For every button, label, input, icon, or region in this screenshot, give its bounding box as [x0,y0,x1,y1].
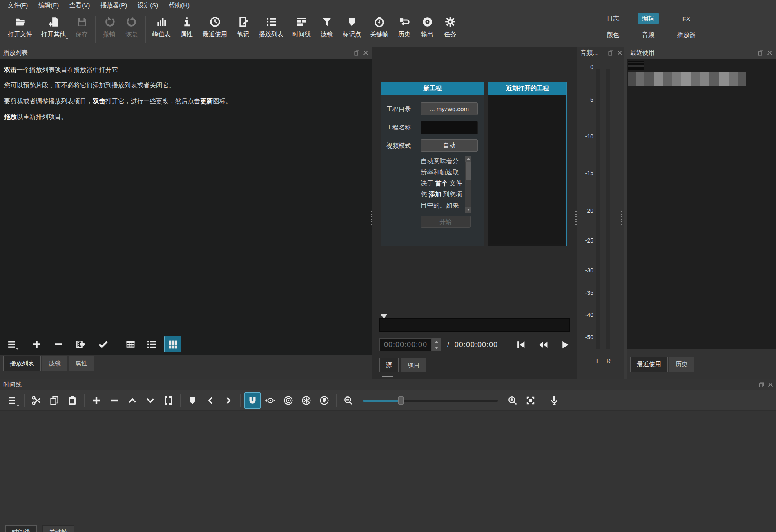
layout-fx-button[interactable]: FX [678,13,695,24]
notes-button[interactable]: 笔记 [232,13,254,42]
start-button[interactable]: 开始 [421,216,471,228]
view-tiles-button[interactable] [143,336,160,352]
project-folder-button[interactable]: ... myzwq.com [421,102,478,115]
previous-marker-button[interactable] [201,392,219,409]
layout-color-button[interactable]: 颜色 [602,29,624,40]
ripple-all-tracks-toggle[interactable] [297,392,315,409]
skip-to-start-button[interactable] [515,339,527,350]
playlist-add-button[interactable] [28,336,45,352]
append-button[interactable] [87,392,105,409]
scroll-up-icon[interactable] [465,156,471,162]
playlist-remove-button[interactable] [50,336,67,352]
menu-player[interactable]: 播放器(P) [95,0,132,11]
snap-toggle[interactable] [244,392,261,409]
layout-logging-button[interactable]: 日志 [602,13,624,24]
menu-file[interactable]: 文件(F) [2,0,33,11]
menu-view[interactable]: 查看(V) [64,0,95,11]
cut-button[interactable] [27,392,45,409]
tab-source[interactable]: 源 [379,358,399,372]
redo-button[interactable]: 恢复 [120,13,143,42]
keyframes-button[interactable]: 关键帧 [366,13,393,42]
view-details-button[interactable] [122,336,139,352]
markers-button[interactable]: 标记点 [338,13,366,42]
properties-button[interactable]: 属性 [175,13,198,42]
create-marker-button[interactable] [183,392,201,409]
video-mode-button[interactable]: 自动 [421,139,478,152]
filters-button[interactable]: 滤镜 [315,13,338,42]
play-button[interactable] [559,339,571,350]
seek-track[interactable] [379,318,570,332]
tab-project[interactable]: 项目 [401,358,426,372]
float-panel-icon[interactable] [608,50,614,56]
slider-handle[interactable] [398,396,404,405]
zoom-in-button[interactable] [504,392,522,409]
splitter-handle[interactable] [371,211,373,225]
zoom-out-button[interactable] [339,392,357,409]
record-audio-button[interactable] [545,392,563,409]
open-file-button[interactable]: 打开文件 [3,13,37,42]
copy-button[interactable] [45,392,63,409]
menu-edit[interactable]: 编辑(E) [33,0,64,11]
recent-list[interactable] [627,59,776,349]
timeline-zoom-slider[interactable] [363,396,498,405]
history-button[interactable]: 历史 [393,13,416,42]
float-panel-icon[interactable] [354,50,360,56]
player-seek-bar[interactable] [379,314,570,332]
playlist-open-item-button[interactable] [72,336,89,352]
tab-recent[interactable]: 最近使用 [630,357,668,372]
tab-playlist[interactable]: 播放列表 [3,356,41,371]
tab-history[interactable]: 历史 [669,357,694,372]
timeline-tracks-area[interactable] [0,411,776,525]
overwrite-button[interactable] [141,392,159,409]
playhead-icon[interactable] [381,314,387,318]
tab-filters[interactable]: 滤镜 [42,356,67,371]
censored-recent-item[interactable] [628,72,746,86]
layout-audio-button[interactable]: 音频 [638,29,659,40]
tab-drag-grip[interactable] [382,376,393,378]
tab-timeline[interactable]: 时间线 [5,525,37,532]
menu-help[interactable]: 帮助(H) [163,0,195,11]
description-scrollbar[interactable] [465,156,471,213]
recent-projects-list[interactable] [490,96,565,244]
close-panel-icon[interactable] [363,50,369,56]
close-panel-icon[interactable] [767,382,774,388]
paste-button[interactable] [63,392,81,409]
lift-button[interactable] [123,392,141,409]
close-panel-icon[interactable] [767,50,773,56]
jobs-button[interactable]: 任务 [439,13,462,42]
recent-button[interactable]: 最近使用 [198,13,232,42]
scrub-while-dragging-toggle[interactable] [261,392,279,409]
open-other-button[interactable]: 打开其他 [37,13,70,42]
layout-editing-button[interactable]: 编辑 [638,13,659,24]
next-marker-button[interactable] [219,392,237,409]
splitter-handle[interactable] [575,211,577,225]
ripple-delete-button[interactable] [105,392,123,409]
tab-properties[interactable]: 属性 [69,356,94,371]
scroll-down-icon[interactable] [465,207,471,213]
timeline-menu-button[interactable] [3,392,21,409]
spin-down-button[interactable] [432,345,441,351]
zoom-fit-button[interactable] [522,392,540,409]
playlist-update-button[interactable] [94,336,111,352]
playlist-menu-button[interactable] [3,336,20,352]
float-panel-icon[interactable] [758,382,765,388]
peak-meter-button[interactable]: 峰值表 [148,13,175,42]
current-timecode-field[interactable]: 00:00:00:00 [379,338,432,351]
scroll-thumb[interactable] [466,162,471,180]
tab-keyframes[interactable]: 关键帧 [42,525,74,532]
close-panel-icon[interactable] [617,50,623,56]
ripple-markers-toggle[interactable] [315,392,333,409]
spin-up-button[interactable] [432,338,441,345]
project-name-input[interactable] [421,121,478,134]
layout-player-button[interactable]: 播放器 [673,29,700,40]
timeline-button[interactable]: 时间线 [288,13,315,42]
menu-settings[interactable]: 设定(S) [132,0,163,11]
export-button[interactable]: 输出 [416,13,439,42]
save-button[interactable]: 保存 [70,13,93,42]
playlist-button[interactable]: 播放列表 [254,13,288,42]
undo-button[interactable]: 撤销 [98,13,120,42]
splitter-handle[interactable] [621,211,623,225]
rewind-button[interactable] [537,339,549,350]
view-icons-button[interactable] [164,336,181,352]
float-panel-icon[interactable] [758,50,764,56]
